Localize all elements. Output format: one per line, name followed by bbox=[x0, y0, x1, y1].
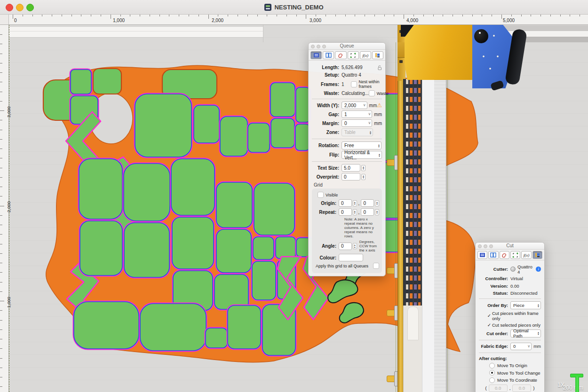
check-selected-only-row[interactable]: ✓ Cut selected pieces only bbox=[486, 322, 541, 328]
move-to-coordinate-radio-row[interactable]: Move To Coordinate bbox=[489, 377, 541, 383]
tab-machine[interactable] bbox=[372, 51, 383, 59]
tab-select[interactable] bbox=[510, 251, 520, 259]
nest-piece[interactable] bbox=[254, 183, 294, 235]
radio-icon[interactable] bbox=[489, 377, 495, 383]
nest-piece[interactable] bbox=[206, 328, 227, 348]
nest-piece[interactable] bbox=[270, 83, 295, 117]
nest-piece[interactable] bbox=[172, 217, 214, 269]
check-frame-only-row[interactable]: ✓ Cut pieces within frame only bbox=[486, 311, 541, 321]
nest-within-frames-checkbox[interactable] bbox=[351, 81, 357, 87]
grid-origin-x-input[interactable]: 0 bbox=[339, 199, 352, 207]
nest-piece[interactable] bbox=[124, 164, 170, 221]
grid-origin-y-stepper[interactable]: ▲▼ bbox=[375, 200, 379, 206]
move-to-tool-change-radio-row[interactable]: Move To Tool Change bbox=[489, 370, 541, 376]
tab-sheets[interactable] bbox=[323, 51, 334, 59]
overprint-input[interactable]: 0 bbox=[342, 173, 360, 180]
tab-select[interactable] bbox=[348, 51, 359, 59]
nest-piece[interactable] bbox=[80, 221, 122, 275]
lock-open-icon[interactable] bbox=[378, 65, 382, 70]
order-by-popup[interactable]: Piece▲▼ bbox=[510, 301, 541, 309]
ruler-label: 5,000 bbox=[503, 18, 515, 23]
nest-piece[interactable] bbox=[140, 304, 206, 351]
length-row: Length: 5,626.499 bbox=[312, 64, 382, 71]
grid-section-title: Grid bbox=[314, 182, 382, 188]
queue-panel: Queue f(x) Length: 5,626.499 Setup: Quat… bbox=[308, 42, 386, 276]
grid-repeat-x-stepper[interactable]: ▲▼ bbox=[353, 209, 357, 215]
info-icon[interactable]: i bbox=[536, 267, 541, 272]
tab-sheets[interactable] bbox=[488, 251, 498, 259]
queue-panel-header[interactable]: Queue bbox=[309, 43, 385, 50]
cut-order-popup[interactable]: Optimal Path▲▼ bbox=[510, 329, 541, 337]
text-size-stepper[interactable]: ▲▼ bbox=[361, 165, 366, 171]
rotation-popup[interactable]: Free▲▼ bbox=[342, 141, 381, 149]
waste-value: Calculating... bbox=[342, 91, 369, 96]
ruler-tick bbox=[0, 358, 2, 359]
nest-piece[interactable] bbox=[215, 274, 248, 309]
nest-piece[interactable] bbox=[171, 159, 215, 215]
nest-piece[interactable] bbox=[276, 237, 295, 259]
grid-origin-x-stepper[interactable]: ▲▼ bbox=[353, 200, 357, 206]
frames-value: 1 bbox=[342, 82, 344, 87]
warning-icon: ⚠ bbox=[377, 102, 382, 108]
nest-piece[interactable] bbox=[74, 302, 139, 349]
nest-piece[interactable] bbox=[220, 117, 247, 156]
nest-piece[interactable] bbox=[71, 70, 91, 94]
tab-function[interactable]: f(x) bbox=[521, 251, 531, 259]
chevron-down-icon: ∨ bbox=[527, 345, 530, 348]
tab-queue[interactable] bbox=[310, 51, 322, 59]
window-titlebar[interactable]: NESTING_DEMO bbox=[0, 0, 588, 15]
gap-combo[interactable]: 1∨ bbox=[342, 110, 372, 118]
ruler-label: 3,000 bbox=[310, 18, 321, 23]
ruler-label: 2,000 bbox=[212, 18, 223, 23]
grid-repeat-y-stepper[interactable]: ▲▼ bbox=[375, 209, 379, 215]
grid-origin-y-input[interactable]: 0 bbox=[361, 199, 374, 207]
nest-piece[interactable] bbox=[252, 261, 276, 300]
move-to-origin-radio-row[interactable]: Move To Origin bbox=[489, 362, 541, 368]
down-arrow-icon: ▼ bbox=[378, 146, 380, 148]
tab-pieces[interactable] bbox=[500, 251, 509, 259]
flip-popup[interactable]: Horizontal & Vert...▲▼ bbox=[342, 151, 382, 159]
tab-pieces[interactable] bbox=[335, 51, 346, 59]
grid-colour-swatch[interactable] bbox=[339, 254, 363, 261]
tab-function[interactable]: f(x) bbox=[360, 51, 371, 59]
cut-panel-header[interactable]: Cut bbox=[476, 243, 544, 250]
nest-piece[interactable] bbox=[228, 306, 261, 349]
nest-piece[interactable] bbox=[79, 159, 122, 219]
tab-queue[interactable] bbox=[477, 251, 487, 259]
margin-combo[interactable]: 0∨ bbox=[342, 119, 372, 127]
visible-row: Visible bbox=[315, 192, 379, 198]
apply-grid-checkbox[interactable] bbox=[373, 263, 379, 269]
nest-piece[interactable] bbox=[93, 69, 121, 94]
queue-toolbar: f(x) bbox=[309, 50, 385, 61]
grid-repeat-x-input[interactable]: 0 bbox=[339, 208, 352, 216]
width-combo[interactable]: 2,000∨ bbox=[342, 102, 367, 109]
ruler-tick bbox=[0, 101, 2, 102]
nest-piece[interactable] bbox=[271, 118, 294, 148]
nest-piece[interactable] bbox=[194, 105, 219, 143]
nest-piece[interactable] bbox=[216, 229, 251, 273]
overprint-stepper[interactable]: ▲▼ bbox=[361, 174, 366, 180]
grid-repeat-y-input[interactable]: 0 bbox=[361, 208, 374, 216]
ruler-tick bbox=[0, 82, 2, 82]
angle-row: Angle: 0 ▲▼ Degrees, CCW from the x axis bbox=[315, 240, 379, 252]
radio-icon[interactable] bbox=[489, 363, 495, 368]
tab-machine[interactable] bbox=[532, 251, 542, 259]
ruler-tick bbox=[0, 320, 2, 321]
nest-piece[interactable] bbox=[248, 123, 270, 152]
nest-piece[interactable] bbox=[253, 237, 274, 259]
radio-selected-icon[interactable] bbox=[489, 370, 495, 376]
grid-angle-stepper[interactable]: ▲▼ bbox=[353, 243, 357, 249]
coordinate-y-input: 0.0 bbox=[512, 384, 531, 392]
grid-visible-checkbox[interactable] bbox=[318, 192, 324, 198]
fabric-edge-combo[interactable]: 0∨ bbox=[510, 343, 532, 350]
zoom-level: 1X bbox=[557, 382, 564, 388]
waste-checkbox[interactable] bbox=[369, 90, 375, 96]
nest-piece[interactable] bbox=[124, 223, 169, 277]
ruler-tick bbox=[208, 14, 209, 19]
nest-piece[interactable] bbox=[216, 182, 252, 227]
controller-row: Controller: Virtual bbox=[479, 275, 541, 282]
nest-piece[interactable] bbox=[135, 94, 191, 157]
text-size-input[interactable]: 5.0 bbox=[342, 164, 360, 172]
nest-piece[interactable] bbox=[295, 124, 310, 150]
grid-angle-input[interactable]: 0 bbox=[339, 243, 352, 250]
